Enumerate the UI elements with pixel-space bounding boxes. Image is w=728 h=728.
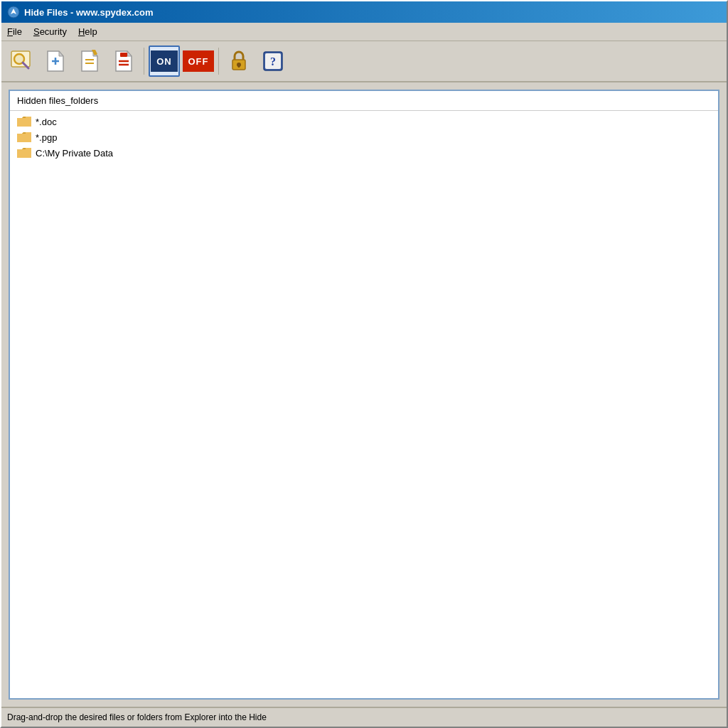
- list-item[interactable]: *.doc: [10, 114, 718, 129]
- lock-button[interactable]: [223, 46, 255, 77]
- off-label: OFF: [183, 50, 214, 72]
- separator-2: [218, 48, 219, 75]
- svg-marker-16: [127, 51, 132, 56]
- remove-button[interactable]: [108, 46, 139, 77]
- file-name: C:\My Private Data: [36, 148, 113, 159]
- main-window: Hide Files - www.spydex.com File Securit…: [0, 0, 728, 728]
- on-label: ON: [151, 50, 178, 72]
- menu-file-label: File: [7, 26, 22, 37]
- edit-icon: [79, 50, 100, 73]
- file-name: *.pgp: [36, 132, 57, 143]
- app-icon: [7, 6, 20, 18]
- remove-file-icon: [113, 50, 134, 73]
- toolbar: ON OFF ?: [1, 41, 727, 82]
- status-bar: Drag-and-drop the desired files or folde…: [1, 707, 727, 727]
- menu-security[interactable]: Security: [28, 25, 73, 38]
- folder-icon: [17, 132, 31, 143]
- about-button[interactable]: ?: [257, 46, 289, 77]
- file-list: *.doc *.pgp C:\My Pr: [10, 111, 718, 698]
- menu-security-label: Security: [33, 26, 67, 37]
- menu-file[interactable]: File: [1, 25, 28, 38]
- file-list-container: Hidden files_folders *.doc: [9, 90, 719, 700]
- separator-1: [144, 48, 144, 75]
- list-item[interactable]: *.pgp: [10, 129, 718, 145]
- on-button[interactable]: ON: [149, 46, 180, 77]
- lock-icon: [228, 50, 250, 73]
- status-text: Drag-and-drop the desired files or folde…: [7, 712, 267, 722]
- file-name: *.doc: [36, 117, 57, 127]
- about-icon: ?: [262, 50, 284, 73]
- svg-marker-7: [59, 51, 63, 56]
- content-area: Hidden files_folders *.doc: [1, 82, 727, 707]
- file-list-header: Hidden files_folders: [10, 91, 718, 111]
- search-button[interactable]: [6, 46, 37, 77]
- folder-icon: [17, 147, 31, 159]
- off-button[interactable]: OFF: [183, 46, 214, 77]
- svg-text:?: ?: [270, 55, 276, 68]
- menu-help[interactable]: Help: [73, 25, 103, 38]
- svg-point-5: [14, 54, 24, 64]
- edit-button[interactable]: [74, 46, 105, 77]
- window-title: Hide Files - www.spydex.com: [24, 7, 154, 18]
- add-file-icon: [45, 50, 66, 73]
- add-file-button[interactable]: [40, 46, 71, 77]
- menu-bar: File Security Help: [1, 23, 727, 41]
- list-item[interactable]: C:\My Private Data: [10, 145, 718, 161]
- menu-help-label: Help: [78, 26, 97, 37]
- search-icon: [10, 50, 33, 73]
- svg-rect-17: [120, 53, 127, 57]
- title-bar: Hide Files - www.spydex.com: [1, 1, 727, 23]
- folder-icon: [17, 116, 31, 127]
